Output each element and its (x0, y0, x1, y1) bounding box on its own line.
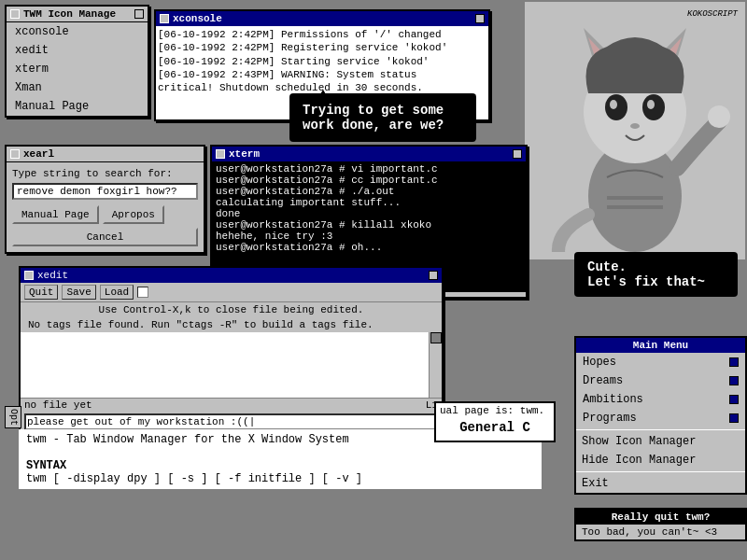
xconsole-title-icon (160, 14, 169, 23)
xconsole-line-3: [06-10-1992 2:43PM] WARNING: System stat… (158, 68, 486, 81)
xedit-save-button[interactable]: Save (62, 285, 95, 300)
xterm-title: xterm (229, 148, 260, 160)
dreams-icon (729, 376, 739, 385)
xconsole-line-1: [06-10-1992 2:42PM] Registering service … (158, 41, 486, 54)
menu-separator-2 (576, 471, 745, 472)
twm-manual-line3: twm [ -display dpy ] [ -s ] [ -f initfil… (26, 472, 534, 485)
xedit-title-icon (24, 271, 34, 280)
svg-point-11 (630, 123, 640, 129)
xedit-window: xedit Quit Save Load Use Control-X,k to … (19, 266, 444, 434)
xedit-msg1: Use Control-X,k to close file being edit… (21, 302, 442, 317)
search-dialog-window: xearl Type string to search for: Manual … (5, 145, 205, 254)
cute-bubble-text: Cute.Let's fix that~ (587, 259, 705, 289)
xedit-body[interactable] (21, 332, 442, 398)
character-area: KOKOSCRIPT (523, 0, 747, 261)
xedit-load-button[interactable]: Load (100, 285, 134, 300)
menu-item-programs-label: Programs (583, 412, 637, 425)
ambitions-icon (729, 395, 739, 404)
svg-point-9 (610, 100, 617, 109)
twm-item-xedit[interactable]: xedit (7, 41, 148, 60)
search-dialog-body: Type string to search for: Manual Page A… (7, 162, 204, 252)
twm-icon-manager-titlebar: TWM Icon Manage (7, 7, 148, 22)
xterm-line-2: user@workstation27a # ./a.out (216, 186, 522, 197)
xedit-scroll-thumb[interactable] (430, 332, 442, 343)
manual-page-button[interactable]: Manual Page (12, 205, 99, 224)
xconsole-title: xconsole (173, 13, 222, 24)
xterm-title-icon (216, 149, 225, 159)
xedit-quit-button[interactable]: Quit (24, 285, 58, 300)
search-buttons-row: Manual Page Apropos (12, 205, 198, 224)
opt-sidebar: Opt (5, 406, 21, 428)
search-dialog-title: xearl (23, 148, 54, 160)
xterm-titlebar: xterm (212, 147, 526, 161)
really-quit-body: Too bad, you can't~ <3 (576, 525, 745, 539)
xedit-close-btn[interactable] (429, 271, 438, 280)
menu-item-show-icon-manager[interactable]: Show Icon Manager (576, 432, 745, 451)
speech-bubble: Trying to get some work done, are we? (289, 93, 476, 142)
twm-title-icon (10, 9, 20, 19)
xterm-line-6: hehehe, nice try :3 (216, 231, 522, 242)
xterm-line-3: calculating important stuff... (216, 197, 522, 208)
xedit-msg2: No tags file found. Run "ctags -R" to bu… (21, 317, 442, 332)
xterm-line-5: user@workstation27a # killall xkoko (216, 219, 522, 231)
xconsole-titlebar: xconsole (156, 11, 488, 26)
search-title-icon (10, 149, 20, 159)
main-menu: Main Menu Hopes Dreams Ambitions Program… (574, 336, 747, 495)
svg-point-12 (708, 105, 730, 128)
menu-item-dreams-label: Dreams (583, 374, 623, 387)
ual-stub-body: ual page is: twm. General C (436, 403, 554, 441)
character-label: KOKOSCRIPT (687, 9, 738, 19)
xedit-input-field[interactable] (24, 413, 438, 430)
xterm-line-0: user@workstation27a # vi important.c (216, 163, 522, 175)
twm-item-xterm[interactable]: xterm (7, 60, 148, 78)
search-input[interactable] (12, 183, 198, 200)
really-quit-dialog: Really quit twm? Too bad, you can't~ <3 (574, 508, 747, 541)
twm-icon-manager-title: TWM Icon Manage (23, 8, 116, 20)
xconsole-close-btn[interactable] (475, 14, 485, 23)
opt-label: Opt (8, 409, 19, 426)
search-cancel-row: Cancel (12, 228, 198, 246)
xedit-checkbox[interactable] (137, 287, 148, 298)
menu-item-hide-icon-manager[interactable]: Hide Icon Manager (576, 451, 745, 469)
search-dialog-titlebar: xearl (7, 147, 204, 162)
xedit-menubar: Quit Save Load (21, 283, 442, 302)
ual-line2: General C (440, 416, 550, 439)
cancel-button[interactable]: Cancel (12, 228, 198, 246)
xconsole-line-2: [06-10-1992 2:42PM] Starting service 'ko… (158, 55, 486, 68)
xterm-close-btn[interactable] (513, 149, 522, 159)
speech-bubble-text: Trying to get some work done, are we? (303, 103, 444, 133)
xterm-line-7: user@workstation27a # oh... (216, 242, 522, 253)
menu-item-hopes[interactable]: Hopes (576, 353, 745, 371)
menu-separator-1 (576, 429, 745, 430)
programs-icon (729, 413, 739, 423)
apropos-button[interactable]: Apropos (103, 205, 164, 224)
menu-item-dreams[interactable]: Dreams (576, 371, 745, 390)
xedit-titlebar: xedit (21, 268, 442, 283)
twm-item-xconsole[interactable]: xconsole (7, 22, 148, 41)
menu-item-ambitions[interactable]: Ambitions (576, 390, 745, 409)
hopes-icon (729, 357, 739, 367)
svg-rect-13 (607, 196, 663, 200)
xedit-title: xedit (37, 270, 68, 281)
twm-item-manual-page[interactable]: Manual Page (7, 97, 148, 116)
twm-manual-line2: SYNTAX (26, 459, 534, 472)
menu-item-programs[interactable]: Programs (576, 409, 745, 427)
xedit-status-left: no file yet (24, 399, 92, 411)
character-svg (532, 9, 738, 252)
menu-item-hopes-label: Hopes (583, 356, 616, 369)
xedit-scrollbar[interactable] (429, 332, 442, 398)
search-label: Type string to search for: (12, 168, 198, 179)
svg-rect-14 (607, 205, 663, 209)
svg-point-10 (647, 100, 655, 109)
desktop: TWM Icon Manage xconsole xedit xterm Xma… (0, 0, 747, 560)
twm-item-xman[interactable]: Xman (7, 78, 148, 97)
ual-stub-window: ual page is: twm. General C (434, 401, 556, 442)
xedit-status-bar: no file yet L1 (21, 398, 442, 412)
main-menu-title: Main Menu (576, 338, 745, 353)
menu-item-exit[interactable]: Exit (576, 474, 745, 493)
xterm-line-4: done (216, 208, 522, 219)
twm-icon-manager-close-btn[interactable] (134, 9, 144, 19)
menu-item-ambitions-label: Ambitions (583, 393, 643, 406)
twm-icon-manager-window: TWM Icon Manage xconsole xedit xterm Xma… (5, 5, 149, 118)
xconsole-line-0: [06-10-1992 2:42PM] Permissions of '/' c… (158, 28, 486, 41)
